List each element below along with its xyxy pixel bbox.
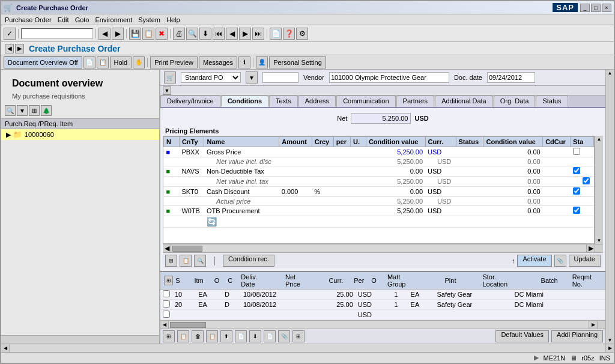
lp-filter-btn[interactable]: ▼ xyxy=(17,105,28,116)
lp-grid-btn[interactable]: ⊞ xyxy=(29,105,40,116)
item-row-2[interactable]: 20 EA D 10/08/2012 25.00 USD 1 EA Safety… xyxy=(160,300,605,310)
menu-environment[interactable]: Environment xyxy=(95,16,132,23)
tab-status[interactable]: Status xyxy=(536,96,568,107)
tab-additional-data[interactable]: Additional Data xyxy=(435,96,493,107)
prev-btn[interactable]: ◀ xyxy=(226,28,238,40)
menu-system[interactable]: System xyxy=(138,16,160,23)
tab-conditions[interactable]: Conditions xyxy=(221,96,268,107)
items-tb-icon2[interactable]: 📋 xyxy=(177,330,189,342)
close-btn[interactable]: × xyxy=(602,4,611,12)
po-type-icon[interactable]: 🛒 xyxy=(164,71,176,83)
main-hscroll-track[interactable] xyxy=(10,344,605,352)
last-btn[interactable]: ⏭ xyxy=(252,28,264,40)
tab-address[interactable]: Address xyxy=(298,96,336,107)
lp-search-btn[interactable]: 🔍 xyxy=(5,105,16,116)
table-row[interactable]: ■ NAVS Non-Deductible Tax 0.00 USD 0.00 xyxy=(164,166,594,177)
command-input[interactable] xyxy=(21,28,93,39)
nav-fwd-btn[interactable]: ▶ xyxy=(112,28,124,40)
item-checkbox-1[interactable] xyxy=(163,290,170,297)
items-expand-btn[interactable]: ⊞ xyxy=(164,276,173,285)
hscroll-right-btn[interactable]: ▶ xyxy=(586,244,595,252)
stop-btn[interactable]: ✖ xyxy=(156,28,168,40)
cond-icon2[interactable]: 📋 xyxy=(180,255,192,267)
table-row[interactable]: ■ SKT0 Cash Discount 0.000 % 0.00 USD xyxy=(164,187,594,197)
cond-icon1[interactable]: ⊞ xyxy=(165,255,177,267)
hold-icon[interactable]: ✋ xyxy=(133,56,145,68)
shortcut-btn[interactable]: 📋 xyxy=(142,28,154,40)
scroll-up-btn[interactable]: ▲ xyxy=(596,136,602,142)
save-btn[interactable]: 💾 xyxy=(129,28,141,40)
tab-partners[interactable]: Partners xyxy=(396,96,435,107)
condition-rec-btn[interactable]: Condition rec. xyxy=(223,255,274,267)
table-row[interactable]: 🔄 xyxy=(164,216,594,228)
tab-delivery-invoice[interactable]: Delivery/Invoice xyxy=(160,96,220,107)
new-doc-btn[interactable]: 📄 xyxy=(83,56,95,68)
item-checkbox-2[interactable] xyxy=(163,300,170,308)
messages-btn[interactable]: Messages xyxy=(199,56,237,68)
minimize-btn[interactable]: _ xyxy=(580,4,590,12)
items-hscroll-track[interactable] xyxy=(169,321,589,329)
template-btn[interactable]: 📋 xyxy=(97,56,109,68)
pricing-vscroll[interactable]: ▲ ▼ xyxy=(595,136,603,244)
tree-item-10000060[interactable]: ▶ 📁 10000060 xyxy=(1,129,159,140)
menu-goto[interactable]: Goto xyxy=(75,16,89,23)
main-hscroll-left[interactable]: ◀ xyxy=(1,344,10,352)
doc-date-input[interactable] xyxy=(487,72,535,83)
menu-purchase-order[interactable]: Purchase Order xyxy=(5,16,52,23)
table-row[interactable]: ■ W0TB OTB Procurement 5,250.00 USD 0.00 xyxy=(164,206,594,216)
pricing-hscroll-track[interactable] xyxy=(171,244,586,252)
update-btn[interactable]: Update xyxy=(569,255,601,267)
hold-btn[interactable]: Hold xyxy=(110,56,132,68)
activate-btn[interactable]: Activate xyxy=(517,255,551,267)
help-btn[interactable]: ❓ xyxy=(283,28,295,40)
po-select-icon[interactable]: ▼ xyxy=(246,71,258,83)
item-checkbox-3[interactable] xyxy=(163,311,170,318)
pricing-hscroll-thumb[interactable] xyxy=(172,246,202,252)
right-scroll-up[interactable]: ▲ xyxy=(607,70,613,76)
table-row[interactable]: ■ PBXX Gross Price 5,250.00 USD xyxy=(164,147,594,157)
find-next-btn[interactable]: ⬇ xyxy=(199,28,211,40)
items-tb-icon1[interactable]: ⊞ xyxy=(163,330,175,342)
right-scroll-down[interactable]: ▼ xyxy=(607,337,613,344)
po-type-select[interactable]: Standard PO xyxy=(181,72,241,83)
maximize-btn[interactable]: □ xyxy=(591,4,601,12)
item-row-1[interactable]: 10 EA D 10/08/2012 25.00 USD 1 EA Safety… xyxy=(160,290,605,300)
add-row-icon[interactable]: 🔄 xyxy=(207,217,217,226)
vendor-input[interactable] xyxy=(329,72,449,83)
items-tb-icon10[interactable]: ⊞ xyxy=(292,330,304,342)
items-tb-icon8[interactable]: 📄 xyxy=(264,330,276,342)
lp-tree-btn[interactable]: 🌲 xyxy=(41,105,52,116)
item-row-3[interactable]: USD xyxy=(160,310,605,320)
tab-communication[interactable]: Communication xyxy=(336,96,395,107)
nav-back-btn[interactable]: ◀ xyxy=(98,28,111,40)
menu-help[interactable]: Help xyxy=(166,16,180,23)
cond-icon4[interactable]: 📎 xyxy=(554,255,566,267)
next-btn[interactable]: ▶ xyxy=(239,28,251,40)
main-hscroll-right[interactable]: ▶ xyxy=(605,344,614,352)
items-tb-icon3[interactable]: 🗑 xyxy=(192,330,204,342)
header-icon2[interactable]: ▶ xyxy=(15,44,24,53)
items-hscroll-thumb[interactable] xyxy=(170,322,206,328)
personal-icon[interactable]: 👤 xyxy=(256,56,268,68)
print-preview-btn[interactable]: Print Preview xyxy=(150,56,198,68)
back-btn[interactable]: ✓ xyxy=(4,28,16,40)
hscroll-left-btn[interactable]: ◀ xyxy=(163,244,171,252)
net-value-input[interactable] xyxy=(351,113,411,124)
addl-planning-btn[interactable]: Addl Planning xyxy=(551,330,603,342)
items-tb-icon6[interactable]: 📄 xyxy=(235,330,247,342)
first-btn[interactable]: ⏮ xyxy=(213,28,225,40)
items-tb-icon4[interactable]: 📋 xyxy=(206,330,218,342)
items-tb-icon9[interactable]: 📎 xyxy=(278,330,290,342)
left-hscroll[interactable] xyxy=(1,335,159,344)
config-btn[interactable]: ⚙ xyxy=(296,28,308,40)
items-tb-icon7[interactable]: ⬇ xyxy=(249,330,261,342)
tab-org-data[interactable]: Org. Data xyxy=(494,96,536,107)
right-vscroll[interactable]: ▲ ▼ xyxy=(605,70,614,344)
print-btn[interactable]: 🖨 xyxy=(173,28,185,40)
find-btn[interactable]: 🔍 xyxy=(186,28,198,40)
default-values-btn[interactable]: Default Values xyxy=(495,330,549,342)
scroll-down-btn[interactable]: ▼ xyxy=(596,237,602,244)
cond-icon3[interactable]: 🔍 xyxy=(194,255,206,267)
personal-setting-btn[interactable]: Personal Setting xyxy=(269,56,326,68)
items-tb-icon5[interactable]: ⬆ xyxy=(220,330,232,342)
